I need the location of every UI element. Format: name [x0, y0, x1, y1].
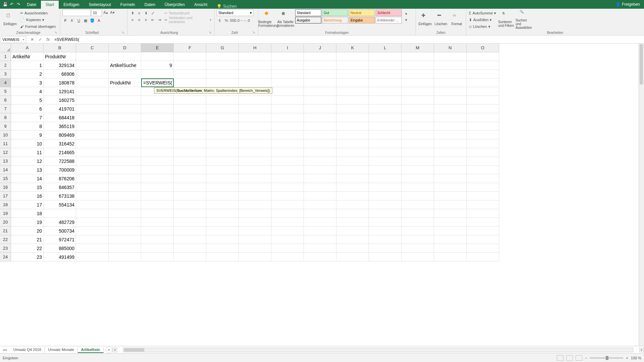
align-center-icon[interactable]: ≡ — [136, 17, 142, 23]
cell-G12[interactable] — [206, 148, 239, 157]
cell-D15[interactable] — [109, 174, 141, 183]
cell-F8[interactable] — [174, 113, 206, 122]
cell-C3[interactable] — [76, 70, 109, 78]
cell-G24[interactable] — [206, 253, 239, 261]
cell-J4[interactable] — [304, 78, 336, 87]
cell-M17[interactable] — [401, 192, 434, 200]
cell-F24[interactable] — [174, 253, 206, 261]
border-button[interactable]: ▦ — [83, 17, 89, 23]
cell-F3[interactable] — [174, 70, 206, 78]
cell-N22[interactable] — [434, 235, 467, 244]
cell-B20[interactable]: 482729 — [44, 218, 76, 227]
align-bottom-icon[interactable]: ⬇ — [143, 10, 149, 16]
cell-N3[interactable] — [434, 70, 467, 78]
row-header-11[interactable]: 11 — [0, 139, 11, 148]
cell-F11[interactable] — [174, 139, 206, 148]
percent-icon[interactable]: % — [223, 17, 229, 23]
cell-E10[interactable] — [141, 131, 174, 139]
cell-O12[interactable] — [467, 148, 499, 157]
column-header-G[interactable]: G — [206, 44, 239, 52]
cell-K5[interactable] — [336, 87, 369, 96]
cell-L21[interactable] — [369, 227, 401, 235]
column-header-M[interactable]: M — [401, 44, 434, 52]
cell-H19[interactable] — [239, 209, 271, 218]
cell-D1[interactable] — [109, 52, 141, 61]
cell-K7[interactable] — [336, 105, 369, 113]
sheet-tab[interactable]: Artikelliste — [78, 347, 104, 353]
cell-C5[interactable] — [76, 87, 109, 96]
cell-C8[interactable] — [76, 113, 109, 122]
column-header-F[interactable]: F — [174, 44, 206, 52]
zoom-out-button[interactable]: − — [585, 356, 587, 360]
cell-B9[interactable]: 365119 — [44, 122, 76, 131]
cell-G21[interactable] — [206, 227, 239, 235]
cell-O19[interactable] — [467, 209, 499, 218]
cell-E4[interactable]: =SVERWEIS( — [141, 78, 174, 87]
indent-increase-icon[interactable]: ⇥ — [156, 17, 162, 23]
row-header-6[interactable]: 6 — [0, 96, 11, 105]
clipboard-dialog-launcher[interactable]: ⤡ — [55, 31, 58, 35]
cell-H9[interactable] — [239, 122, 271, 131]
number-format-combo[interactable]: Standard▾ — [217, 9, 254, 16]
cell-L5[interactable] — [369, 87, 401, 96]
cell-A20[interactable]: 19 — [11, 218, 44, 227]
style-berechnung[interactable]: Berechnung — [322, 17, 348, 23]
cell-D5[interactable] — [109, 87, 141, 96]
cell-E18[interactable] — [141, 200, 174, 209]
cell-I19[interactable] — [271, 209, 304, 218]
cell-H10[interactable] — [239, 131, 271, 139]
cell-C2[interactable] — [76, 61, 109, 70]
name-box[interactable]: VERWEIS▾ — [1, 36, 26, 43]
currency-icon[interactable]: € — [217, 17, 223, 23]
cell-J5[interactable] — [304, 87, 336, 96]
cell-A18[interactable]: 17 — [11, 200, 44, 209]
cell-L15[interactable] — [369, 174, 401, 183]
row-header-12[interactable]: 12 — [0, 148, 11, 157]
cell-F2[interactable] — [174, 61, 206, 70]
cell-A24[interactable]: 23 — [11, 253, 44, 261]
cell-B8[interactable]: 684418 — [44, 113, 76, 122]
cell-A23[interactable]: 22 — [11, 244, 44, 253]
cell-J24[interactable] — [304, 253, 336, 261]
cell-M9[interactable] — [401, 122, 434, 131]
cell-G8[interactable] — [206, 113, 239, 122]
cell-G6[interactable] — [206, 96, 239, 105]
cell-K24[interactable] — [336, 253, 369, 261]
sheet-nav-next-icon[interactable]: ▸ — [5, 348, 7, 352]
cell-I4[interactable] — [271, 78, 304, 87]
cell-K6[interactable] — [336, 96, 369, 105]
cell-G15[interactable] — [206, 174, 239, 183]
column-headers[interactable]: ABCDEFGHIJKLMNO — [11, 44, 499, 52]
cell-D17[interactable] — [109, 192, 141, 200]
cell-H8[interactable] — [239, 113, 271, 122]
cell-A1[interactable]: ArtikelNr — [11, 52, 44, 61]
cell-A16[interactable]: 15 — [11, 183, 44, 192]
font-name-combo[interactable] — [62, 9, 91, 16]
cell-C9[interactable] — [76, 122, 109, 131]
cell-D21[interactable] — [109, 227, 141, 235]
cell-N14[interactable] — [434, 166, 467, 174]
style-eingabe[interactable]: Eingabe — [349, 17, 375, 23]
cell-J19[interactable] — [304, 209, 336, 218]
cell-M5[interactable] — [401, 87, 434, 96]
cell-N15[interactable] — [434, 174, 467, 183]
cell-N6[interactable] — [434, 96, 467, 105]
cell-N13[interactable] — [434, 157, 467, 166]
cell-J16[interactable] — [304, 183, 336, 192]
cell-D8[interactable] — [109, 113, 141, 122]
cell-A6[interactable]: 5 — [11, 96, 44, 105]
cell-D10[interactable] — [109, 131, 141, 139]
cell-M7[interactable] — [401, 105, 434, 113]
cell-H20[interactable] — [239, 218, 271, 227]
cell-F1[interactable] — [174, 52, 206, 61]
cell-I18[interactable] — [271, 200, 304, 209]
cell-K9[interactable] — [336, 122, 369, 131]
cell-O22[interactable] — [467, 235, 499, 244]
cell-I8[interactable] — [271, 113, 304, 122]
sort-filter-button[interactable]: ⇅Sortieren und Filtern — [498, 9, 514, 29]
cell-B12[interactable]: 214665 — [44, 148, 76, 157]
cell-I7[interactable] — [271, 105, 304, 113]
clear-button[interactable]: ◇Löschen▾ — [468, 23, 497, 29]
add-sheet-button[interactable]: + — [106, 347, 112, 353]
cell-E6[interactable] — [141, 96, 174, 105]
